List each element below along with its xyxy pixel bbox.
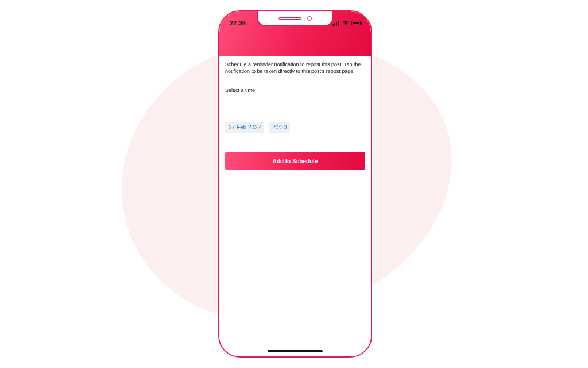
status-time: 22:36 [230, 20, 246, 26]
cellular-signal-icon [332, 21, 340, 26]
date-picker-chip[interactable]: 27 Feb 2022 [225, 122, 264, 133]
description-text: Schedule a reminder notification to repo… [225, 61, 365, 75]
screen-body: Schedule a reminder notification to repo… [219, 56, 371, 356]
battery-icon [351, 21, 361, 25]
status-bar: 22:36 [219, 12, 371, 30]
home-indicator[interactable] [268, 350, 323, 352]
time-picker-chip[interactable]: 20:30 [269, 122, 290, 133]
datetime-picker-row: 27 Feb 2022 20:30 [225, 122, 365, 133]
select-time-label: Select a time: [225, 87, 365, 93]
status-right-cluster [332, 21, 361, 26]
add-to-schedule-button[interactable]: Add to Schedule [225, 152, 365, 170]
phone-frame: 22:36 Schedule Repost Schedule a reminde… [218, 10, 372, 358]
wifi-icon [342, 21, 349, 26]
